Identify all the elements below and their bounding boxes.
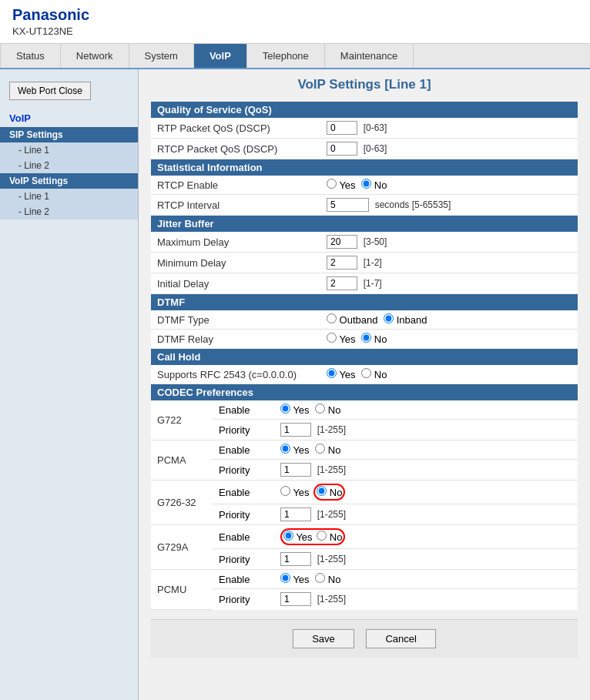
g72632-enable-yes-label[interactable]: Yes xyxy=(280,487,310,498)
page-title: VoIP Settings [Line 1] xyxy=(151,77,578,92)
pcma-priority-label: Priority xyxy=(213,460,274,481)
g729a-enable-yes-label[interactable]: Yes xyxy=(283,531,313,543)
pcma-priority-input[interactable] xyxy=(280,463,311,477)
g729a-priority-range: [1-255] xyxy=(317,554,346,564)
max-delay-label: Maximum Delay xyxy=(151,232,320,253)
nav-voip[interactable]: VoIP xyxy=(194,44,247,68)
nav-status[interactable]: Status xyxy=(0,44,61,68)
min-delay-range: [1-2] xyxy=(364,257,382,268)
pcmu-name: PCMU xyxy=(151,570,213,610)
g722-enable-no-label[interactable]: No xyxy=(315,404,340,416)
dtmf-relay-yes-label[interactable]: Yes xyxy=(327,333,356,345)
statistical-table: RTCP Enable Yes No RTCP Interval seconds… xyxy=(151,176,578,215)
nav-maintenance[interactable]: Maintenance xyxy=(325,44,414,68)
rtcp-enable-yes-radio[interactable] xyxy=(327,179,337,189)
dtmf-outband-radio[interactable] xyxy=(327,313,337,323)
g722-enable-no-radio[interactable] xyxy=(315,404,325,414)
dtmf-relay-no-radio[interactable] xyxy=(361,333,371,343)
min-delay-input[interactable] xyxy=(327,256,357,270)
rtcp-enable-yes-label[interactable]: Yes xyxy=(327,179,356,191)
max-delay-value-cell: [3-50] xyxy=(320,232,578,253)
rfc-yes-radio[interactable] xyxy=(327,368,337,378)
g72632-enable-yes-radio[interactable] xyxy=(280,486,290,496)
dtmf-outband-label[interactable]: Outband xyxy=(327,314,378,326)
sidebar-sip-line2[interactable]: - Line 2 xyxy=(0,158,138,173)
rfc-no-label[interactable]: No xyxy=(361,369,387,380)
rtp-range: [0-63] xyxy=(364,122,387,133)
dtmf-relay-no-label[interactable]: No xyxy=(361,333,387,345)
max-delay-input[interactable] xyxy=(327,235,357,249)
pcma-priority-range: [1-255] xyxy=(317,464,346,475)
g72632-priority-input[interactable] xyxy=(280,507,311,521)
jitter-section: Jitter Buffer Maximum Delay [3-50] Minim… xyxy=(151,216,578,293)
g722-priority-label: Priority xyxy=(213,420,274,440)
init-delay-input[interactable] xyxy=(327,276,357,290)
rtcp-qos-input[interactable] xyxy=(327,142,357,156)
rfc-no-radio[interactable] xyxy=(361,368,371,378)
dtmf-relay-row: DTMF Relay Yes No xyxy=(151,330,578,349)
save-button[interactable]: Save xyxy=(293,629,354,648)
cancel-button[interactable]: Cancel xyxy=(366,629,435,648)
dtmf-relay-yes-radio[interactable] xyxy=(327,333,337,343)
pcma-enable-no-label[interactable]: No xyxy=(315,444,340,456)
g729a-enable-yes-radio[interactable] xyxy=(283,531,293,541)
min-delay-label: Minimum Delay xyxy=(151,253,320,273)
g722-enable-yes-label[interactable]: Yes xyxy=(280,404,310,416)
call-hold-header: Call Hold xyxy=(151,349,578,365)
init-delay-label: Initial Delay xyxy=(151,273,320,294)
sidebar-sip-settings-header[interactable]: SIP Settings xyxy=(0,127,138,142)
pcma-enable-yes-radio[interactable] xyxy=(280,444,290,454)
codec-header: CODEC Preferences xyxy=(151,384,578,400)
sidebar-voip-line1[interactable]: - Line 1 xyxy=(0,189,138,204)
g72632-priority-range: [1-255] xyxy=(317,509,346,520)
g72632-enable-no-label[interactable]: No xyxy=(317,487,342,498)
rtp-input[interactable] xyxy=(327,121,357,135)
rtp-value-cell: [0-63] xyxy=(320,118,578,139)
pcmu-enable-yes-label[interactable]: Yes xyxy=(280,574,310,585)
rfc-yes-label[interactable]: Yes xyxy=(327,369,356,380)
rtcp-interval-input[interactable] xyxy=(327,198,369,212)
pcmu-priority-input[interactable] xyxy=(280,592,311,606)
dtmf-section: DTMF DTMF Type Outband Inband DTMF Relay… xyxy=(151,294,578,348)
rtcp-enable-no-radio[interactable] xyxy=(361,179,371,189)
qos-header: Quality of Service (QoS) xyxy=(151,102,578,118)
rtcp-qos-value-cell: [0-63] xyxy=(320,139,578,159)
sidebar-voip-line2[interactable]: - Line 2 xyxy=(0,204,138,219)
rfc-row: Supports RFC 2543 (c=0.0.0.0) Yes No xyxy=(151,365,578,383)
g729a-enable-no-radio[interactable] xyxy=(317,531,327,541)
web-port-close-button[interactable]: Web Port Close xyxy=(9,82,91,100)
sidebar-sip-line1[interactable]: - Line 1 xyxy=(0,142,138,158)
nav-network[interactable]: Network xyxy=(61,44,129,68)
pcmu-priority-range: [1-255] xyxy=(317,594,346,605)
statistical-section: Statistical Information RTCP Enable Yes … xyxy=(151,159,578,215)
nav-telephone[interactable]: Telephone xyxy=(247,44,325,68)
g729a-enable-no-label[interactable]: No xyxy=(317,531,342,543)
g72632-enable-no-radio[interactable] xyxy=(317,486,327,496)
pcma-enable-no-radio[interactable] xyxy=(315,444,325,454)
dtmf-inband-radio[interactable] xyxy=(384,313,394,323)
dtmf-header: DTMF xyxy=(151,294,578,310)
pcmu-enable-no-radio[interactable] xyxy=(315,573,325,583)
g722-priority-input[interactable] xyxy=(280,423,311,437)
rtcp-enable-no-label[interactable]: No xyxy=(361,179,387,191)
pcma-enable-yes-label[interactable]: Yes xyxy=(280,444,310,456)
g722-enable-row: G722 Enable Yes No xyxy=(151,400,578,420)
rtcp-qos-range: [0-63] xyxy=(364,143,387,154)
g722-enable-value: Yes No xyxy=(274,400,578,420)
g729a-name: G729A xyxy=(151,525,213,570)
nav-system[interactable]: System xyxy=(129,44,194,68)
g729a-enable-value: Yes No xyxy=(274,525,578,549)
g722-priority-range: [1-255] xyxy=(317,424,346,435)
g729a-priority-input[interactable] xyxy=(280,552,311,566)
g722-enable-yes-radio[interactable] xyxy=(280,404,290,414)
init-delay-value-cell: [1-7] xyxy=(320,273,578,294)
pcmu-enable-row: PCMU Enable Yes No xyxy=(151,570,578,589)
sidebar-voip-settings-header[interactable]: VoIP Settings xyxy=(0,173,138,189)
dtmf-inband-label[interactable]: Inband xyxy=(384,314,427,326)
g722-name: G722 xyxy=(151,400,213,440)
dtmf-type-label: DTMF Type xyxy=(151,310,320,330)
pcmu-enable-yes-radio[interactable] xyxy=(280,573,290,583)
g729a-priority-row: Priority [1-255] xyxy=(151,549,578,570)
call-hold-table: Supports RFC 2543 (c=0.0.0.0) Yes No xyxy=(151,365,578,383)
pcmu-enable-no-label[interactable]: No xyxy=(315,574,340,585)
